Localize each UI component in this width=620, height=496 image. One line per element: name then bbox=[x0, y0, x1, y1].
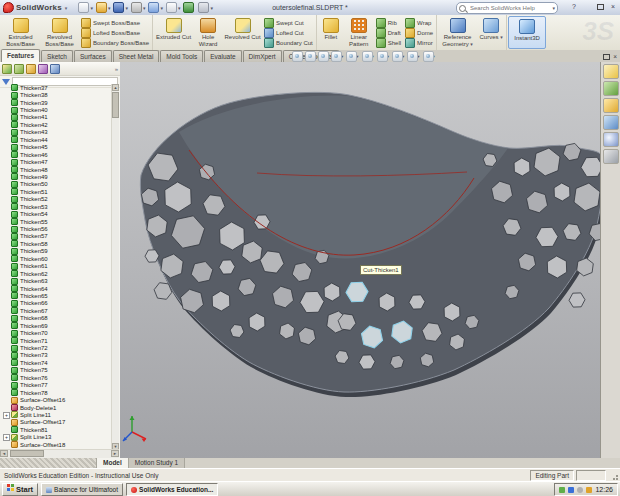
tree-item[interactable]: Thicken77 bbox=[0, 382, 112, 389]
featuremanager-tab-icon[interactable] bbox=[2, 64, 12, 74]
tree-item[interactable]: Thicken81 bbox=[0, 426, 112, 433]
view-settings-icon[interactable] bbox=[423, 51, 434, 62]
tree-item[interactable]: Thicken57 bbox=[0, 233, 112, 240]
tree-item[interactable]: Thicken73 bbox=[0, 352, 112, 359]
tree-item[interactable]: Thicken67 bbox=[0, 307, 112, 314]
panel-chevron-icon[interactable]: » bbox=[115, 66, 118, 72]
taskbar-clock[interactable]: 12:26 bbox=[595, 486, 613, 493]
display-style-icon[interactable] bbox=[362, 51, 373, 62]
reference-geometry-button[interactable]: Reference Geometry ▾ bbox=[438, 16, 477, 49]
tab[interactable]: Sheet Metal bbox=[113, 50, 160, 62]
search-input[interactable] bbox=[468, 3, 552, 13]
dropdown-arrow-icon[interactable]: ▾ bbox=[160, 5, 163, 11]
viewport-horizontal-scrollbar[interactable] bbox=[0, 458, 97, 468]
tab[interactable]: Mold Tools bbox=[160, 50, 203, 62]
search-dropdown-icon[interactable]: ▾ bbox=[552, 5, 555, 11]
scrollbar-thumb[interactable] bbox=[10, 450, 44, 457]
tree-item[interactable]: Thicken78 bbox=[0, 389, 112, 396]
tree-item[interactable]: Thicken65 bbox=[0, 292, 112, 299]
tree-item[interactable]: Thicken60 bbox=[0, 255, 112, 262]
tree-item[interactable]: Thicken38 bbox=[0, 91, 112, 98]
tree-item[interactable]: Thicken68 bbox=[0, 315, 112, 322]
print-icon[interactable] bbox=[131, 2, 142, 13]
graphics-viewport[interactable]: Cut-Thicken1 bbox=[120, 62, 600, 458]
select-icon[interactable] bbox=[166, 2, 177, 13]
scrollbar-thumb[interactable] bbox=[112, 92, 119, 118]
help-button[interactable]: ? bbox=[569, 2, 579, 12]
displaymanager-tab-icon[interactable] bbox=[50, 64, 60, 74]
instant3d-button[interactable]: Instant3D bbox=[508, 16, 546, 49]
tree-item[interactable]: Thicken69 bbox=[0, 322, 112, 329]
scroll-right-icon[interactable]: ► bbox=[111, 450, 119, 457]
tree-item[interactable]: Thicken52 bbox=[0, 196, 112, 203]
tab[interactable]: Evaluate bbox=[204, 50, 241, 62]
search-icon[interactable] bbox=[603, 115, 619, 130]
scroll-left-icon[interactable]: ◄ bbox=[0, 450, 8, 457]
open-icon[interactable] bbox=[96, 2, 107, 13]
lofted-boss-base-button[interactable]: Lofted Boss/Base bbox=[81, 28, 149, 38]
revolved-cut-button[interactable]: Revolved Cut bbox=[223, 16, 262, 49]
menu-expand-icon[interactable]: ▾ bbox=[65, 5, 68, 11]
tree-item[interactable]: Thicken59 bbox=[0, 248, 112, 255]
dimxpertmanager-tab-icon[interactable] bbox=[38, 64, 48, 74]
view-orientation-icon[interactable] bbox=[346, 51, 357, 62]
tree-item[interactable]: Thicken74 bbox=[0, 359, 112, 366]
appearances-icon[interactable] bbox=[603, 149, 619, 164]
dropdown-arrow-icon[interactable]: ▾ bbox=[108, 5, 111, 11]
undo-icon[interactable] bbox=[148, 2, 159, 13]
fillet-button[interactable]: Fillet bbox=[318, 16, 344, 49]
apply-scene-icon[interactable] bbox=[407, 51, 418, 62]
tree-item[interactable]: Thicken40 bbox=[0, 106, 112, 113]
tree-item[interactable]: Thicken62 bbox=[0, 270, 112, 277]
dropdown-arrow-icon[interactable]: ▾ bbox=[90, 5, 93, 11]
boundary-boss-base-button[interactable]: Boundary Boss/Base bbox=[81, 38, 149, 48]
task-button[interactable]: Balance for Ultimafoot bbox=[41, 483, 123, 496]
tab[interactable]: Sketch bbox=[41, 50, 73, 62]
linear-pattern-button[interactable]: Linear Pattern bbox=[344, 16, 374, 49]
save-icon[interactable] bbox=[113, 2, 124, 13]
tab[interactable]: Features bbox=[1, 49, 40, 62]
tab[interactable]: DimXpert bbox=[243, 50, 282, 62]
tree-item[interactable]: Thicken64 bbox=[0, 285, 112, 292]
tree-item[interactable]: Thicken66 bbox=[0, 300, 112, 307]
design-library-icon[interactable] bbox=[603, 81, 619, 96]
dropdown-arrow-icon[interactable]: ▾ bbox=[178, 5, 181, 11]
zoom-area-icon[interactable] bbox=[305, 51, 316, 62]
file-explorer-icon[interactable] bbox=[603, 98, 619, 113]
dropdown-arrow-icon[interactable]: ▾ bbox=[143, 5, 146, 11]
tree-item[interactable]: Thicken54 bbox=[0, 210, 112, 217]
previous-view-icon[interactable] bbox=[318, 51, 329, 62]
tree-item[interactable]: Thicken63 bbox=[0, 277, 112, 284]
tree-item[interactable]: Thicken48 bbox=[0, 166, 112, 173]
extruded-boss-base-button[interactable]: Extruded Boss/Base bbox=[1, 16, 40, 49]
tree-item[interactable]: Thicken45 bbox=[0, 144, 112, 151]
swept-cut-button[interactable]: Swept Cut bbox=[264, 18, 313, 28]
scroll-up-icon[interactable]: ▲ bbox=[112, 84, 119, 91]
tree-item[interactable]: Thicken56 bbox=[0, 225, 112, 232]
tree-item[interactable]: Thicken42 bbox=[0, 121, 112, 128]
zoom-fit-icon[interactable] bbox=[292, 51, 303, 62]
tab[interactable]: Surfaces bbox=[74, 50, 112, 62]
solidworks-resources-icon[interactable] bbox=[603, 64, 619, 79]
revolved-boss-base-button[interactable]: Revolved Boss/Base bbox=[40, 16, 79, 49]
tree-horizontal-scrollbar[interactable]: ◄ ► bbox=[0, 449, 119, 458]
doc-restore-button[interactable] bbox=[603, 52, 610, 61]
tree-item[interactable]: Thicken72 bbox=[0, 344, 112, 351]
new-icon[interactable] bbox=[78, 2, 89, 13]
sole-model-canvas[interactable] bbox=[120, 62, 600, 458]
extruded-cut-button[interactable]: Extruded Cut bbox=[154, 16, 193, 49]
tree-item[interactable]: Thicken76 bbox=[0, 374, 112, 381]
swept-boss-base-button[interactable]: Swept Boss/Base bbox=[81, 18, 149, 28]
wrap-button[interactable]: Wrap bbox=[405, 18, 433, 28]
hide-show-items-icon[interactable] bbox=[377, 51, 388, 62]
options-icon[interactable] bbox=[198, 2, 209, 13]
tray-icon-4[interactable] bbox=[586, 487, 592, 493]
dome-button[interactable]: Dome bbox=[405, 28, 433, 38]
propertymanager-tab-icon[interactable] bbox=[14, 64, 24, 74]
hole-wizard-button[interactable]: Hole Wizard bbox=[193, 16, 223, 49]
tree-item[interactable]: Thicken53 bbox=[0, 203, 112, 210]
doc-tab[interactable]: Motion Study 1 bbox=[129, 458, 185, 468]
tree-item[interactable]: Thicken61 bbox=[0, 263, 112, 270]
tree-item[interactable]: Surface-Offset18 bbox=[0, 441, 112, 448]
tray-icon-2[interactable] bbox=[568, 487, 574, 493]
